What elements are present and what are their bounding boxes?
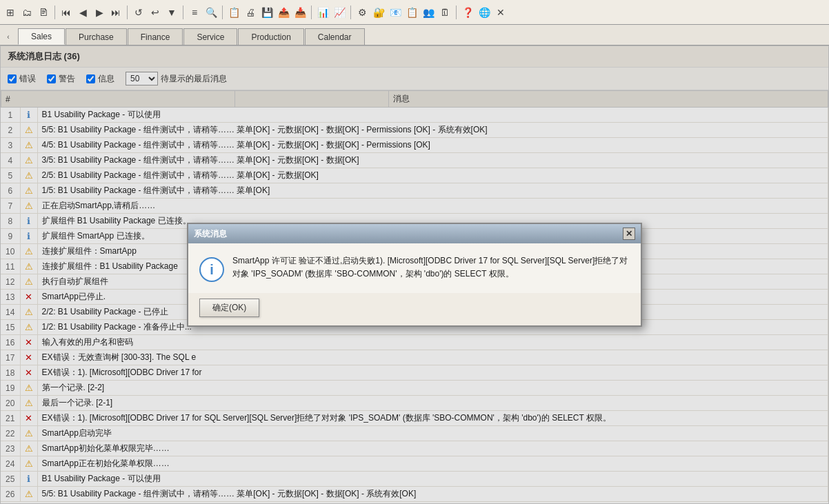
toolbar-icon-chart[interactable]: 📊 [315,5,330,20]
toolbar-nav-last[interactable]: ⏭ [108,5,123,20]
toolbar-icon-print[interactable]: 🖨 [243,5,258,20]
toolbar-icon-lock[interactable]: 🔐 [371,5,386,20]
dialog-message: SmartApp 许可证 验证不通过,启动失败1). [Microsoft][O… [232,254,630,282]
toolbar-icon-calendar[interactable]: 🗓 [437,5,452,20]
sep-4 [222,6,223,19]
toolbar-icon-export[interactable]: 📤 [276,5,291,20]
toolbar-icon-help[interactable]: ❓ [460,5,475,20]
toolbar-icon-dropdown[interactable]: ▼ [164,5,179,20]
toolbar-icon-notes[interactable]: 📋 [404,5,419,20]
dialog-body: i SmartApp 许可证 验证不通过,启动失败1). [Microsoft]… [188,243,641,293]
toolbar-icon-globe[interactable]: 🌐 [477,5,492,20]
toolbar-icon-email[interactable]: 📧 [388,5,403,20]
toolbar-icon-report[interactable]: 📈 [332,5,347,20]
dialog-footer: 确定(OK) [188,293,641,325]
nav-tabs: ‹ Sales Purchase Finance Service Product… [0,25,829,46]
sep-2 [127,6,128,19]
toolbar-icon-1[interactable]: ⊞ [3,5,18,20]
toolbar-nav-prev[interactable]: ◀ [75,5,90,20]
dialog-info-icon: i [199,257,224,282]
sep-7 [456,6,457,19]
toolbar-icon-undo[interactable]: ↩ [148,5,163,20]
toolbar-icon-import[interactable]: 📥 [292,5,308,20]
toolbar-icon-search[interactable]: 🔍 [203,5,219,20]
toolbar-icon-refresh[interactable]: ↺ [131,5,146,20]
sep-6 [350,6,351,19]
toolbar-icon-close[interactable]: ✕ [493,5,508,20]
toolbar-icon-users[interactable]: 👥 [421,5,436,20]
toolbar-nav-first[interactable]: ⏮ [59,5,74,20]
tab-purchase[interactable]: Purchase [66,28,127,45]
sep-3 [183,6,183,19]
dialog-titlebar: 系统消息 ✕ [188,224,641,243]
dialog-title: 系统消息 [194,228,227,240]
tab-calendar[interactable]: Calendar [305,28,365,45]
tab-finance[interactable]: Finance [128,28,183,45]
dialog-overlay: 系统消息 ✕ i SmartApp 许可证 验证不通过,启动失败1). [Mic… [0,46,829,504]
toolbar-icon-settings[interactable]: ⚙ [354,5,370,20]
nav-arrow-left[interactable]: ‹ [3,28,14,45]
sep-1 [54,6,55,19]
main-content: 系统消息日志 (36) 错误 警告 信息 50 20 100 200 [0,46,829,504]
tab-sales[interactable]: Sales [18,28,65,45]
dialog-box: 系统消息 ✕ i SmartApp 许可证 验证不通过,启动失败1). [Mic… [187,223,642,327]
toolbar-icon-filter[interactable]: ≡ [187,5,202,20]
dialog-ok-button[interactable]: 确定(OK) [199,299,259,317]
dialog-icon-area: i [199,254,224,282]
toolbar-icon-copy[interactable]: 📋 [226,5,241,20]
tab-production[interactable]: Production [238,28,303,45]
toolbar-icon-2[interactable]: 🗂 [19,5,34,20]
tab-service[interactable]: Service [183,28,237,45]
dialog-close-button[interactable]: ✕ [623,228,635,240]
toolbar-icon-3[interactable]: 🖹 [36,5,51,20]
sep-5 [311,6,312,19]
toolbar-nav-next[interactable]: ▶ [92,5,107,20]
toolbar-icon-save[interactable]: 💾 [259,5,274,20]
toolbar: ⊞ 🗂 🖹 ⏮ ◀ ▶ ⏭ ↺ ↩ ▼ ≡ 🔍 📋 🖨 💾 📤 📥 📊 📈 ⚙ … [0,0,829,25]
